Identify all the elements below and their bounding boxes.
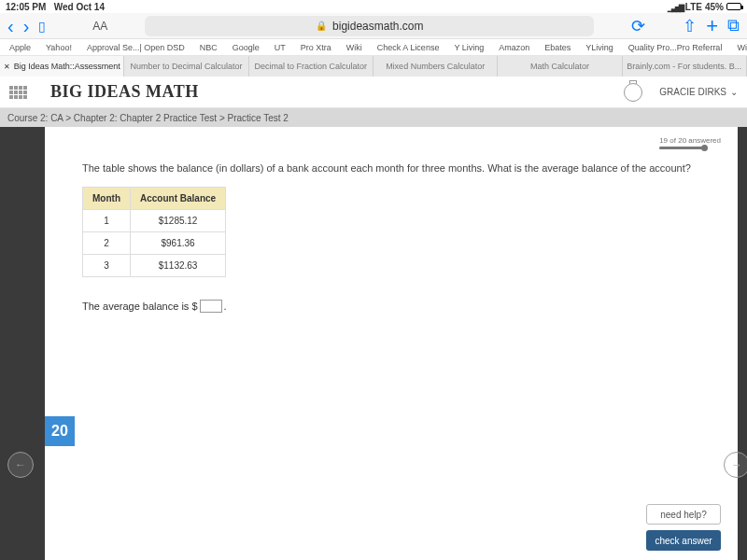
url-text: bigideasmath.com [332,20,423,33]
action-buttons: need help? check answer [646,504,721,551]
browser-toolbar: ‹ › ▯ AA 🔒 bigideasmath.com ⟳ ⇧ + ⧉ [0,13,747,39]
bookmark-item[interactable]: Approval Se...| Open DSD [87,43,185,52]
bookmark-item[interactable]: Windows Server [737,43,747,52]
bookmark-item[interactable]: UT [275,43,286,52]
bookmark-item[interactable]: Amazon [499,43,529,52]
new-tab-icon[interactable]: + [706,14,718,38]
bookmark-item[interactable]: Wiki [346,43,362,52]
tab-label: Mixed Numbers Calculator [386,62,485,71]
chevron-down-icon: ⌄ [730,87,738,97]
tabs-icon[interactable]: ⧉ [727,16,740,35]
col-header: Account Balance [131,188,226,210]
user-name: GRACIE DIRKS [659,87,726,97]
col-header: Month [83,188,131,210]
reload-icon[interactable]: ⟳ [631,16,645,36]
check-answer-button[interactable]: check answer [646,530,721,551]
tab-label: Number to Decimal Calculator [130,62,242,71]
tab-label: Big Ideas Math::Assessment [14,62,120,71]
forward-button[interactable]: › [23,17,30,35]
question-prompt: The table shows the balance (in dollars)… [82,162,700,174]
device-status-bar: 12:05 PM Wed Oct 14 LTE 45% [0,0,747,13]
status-date: Wed Oct 14 [54,2,105,12]
question-number-badge: 20 [45,416,75,446]
apps-grid-icon[interactable] [9,86,32,99]
bookmarks-bar: Apple Yahoo! Approval Se...| Open DSD NB… [0,39,747,56]
tab-label: Brainly.com - For students. B... [627,62,741,71]
tab-label: Math Calculator [530,62,589,71]
answer-input[interactable] [200,300,222,313]
data-table: Month Account Balance 1 $1285.12 2 $961.… [82,187,226,277]
bookmark-item[interactable]: Y Living [454,43,484,52]
progress-bar[interactable] [659,147,706,149]
app-header: BIG IDEAS MATH GRACIE DIRKS ⌄ [0,77,747,108]
prev-question-button[interactable]: ← [7,452,34,478]
table-row: 3 $1132.63 [83,255,226,277]
main-panel: 19 of 20 answered The table shows the ba… [45,127,738,560]
bookmark-item[interactable]: Google [233,43,260,52]
bookmark-item[interactable]: NBC [200,43,218,52]
timer-icon[interactable] [624,83,642,102]
next-question-button[interactable]: → [724,452,747,478]
breadcrumb: Course 2: CA > Chapter 2: Chapter 2 Prac… [0,108,747,127]
answer-suffix: . [224,301,227,312]
signal-icon [668,2,683,12]
bookmark-item[interactable]: Check A License [377,43,440,52]
url-bar[interactable]: 🔒 bigideasmath.com [145,16,594,36]
table-row: 2 $961.36 [83,232,226,255]
lock-icon: 🔒 [316,21,327,31]
battery-icon [726,3,741,10]
bookmark-item[interactable]: Ebates [544,43,571,52]
bookmark-item[interactable]: Apple [9,43,31,52]
network-label: LTE [685,2,702,12]
share-icon[interactable]: ⇧ [683,16,697,36]
tab-assessment[interactable]: ✕Big Ideas Math::Assessment [0,56,124,77]
close-icon[interactable]: ✕ [4,63,10,71]
progress-text: 19 of 20 answered [659,136,721,145]
tab-label: Decimal to Fraction Calculator [255,62,368,71]
right-gutter [738,127,747,560]
bookmark-item[interactable]: Pro Xtra [301,43,331,52]
browser-tabs: ✕Big Ideas Math::Assessment Number to De… [0,56,747,77]
left-gutter [0,127,45,560]
table-row: 1 $1285.12 [83,210,226,232]
battery-pct: 45% [705,2,724,12]
status-right: LTE 45% [668,2,741,12]
app-logo: BIG IDEAS MATH [50,82,199,102]
answer-prefix: The average balance is $ [82,301,198,312]
status-left: 12:05 PM Wed Oct 14 [6,2,105,12]
bookmark-item[interactable]: Yahoo! [46,43,72,52]
need-help-button[interactable]: need help? [646,504,721,525]
user-menu[interactable]: GRACIE DIRKS ⌄ [659,87,738,97]
content-area: 19 of 20 answered The table shows the ba… [0,127,747,560]
status-time: 12:05 PM [6,2,46,12]
answer-line: The average balance is $ . [82,300,700,313]
tab-dec-frac[interactable]: Decimal to Fraction Calculator [249,56,374,77]
tab-math-calc[interactable]: Math Calculator [498,56,622,77]
bookmark-item[interactable]: YLiving [585,43,613,52]
tab-brainly[interactable]: Brainly.com - For students. B... [623,56,747,77]
tab-mixed[interactable]: Mixed Numbers Calculator [374,56,498,77]
sidebar-icon[interactable]: ▯ [38,19,46,34]
back-button[interactable]: ‹ [7,17,14,35]
bookmark-item[interactable]: Quality Pro...Pro Referral [628,43,723,52]
progress-indicator: 19 of 20 answered [659,136,721,149]
tab-num-dec[interactable]: Number to Decimal Calculator [124,56,248,77]
text-size-button[interactable]: AA [92,20,107,33]
